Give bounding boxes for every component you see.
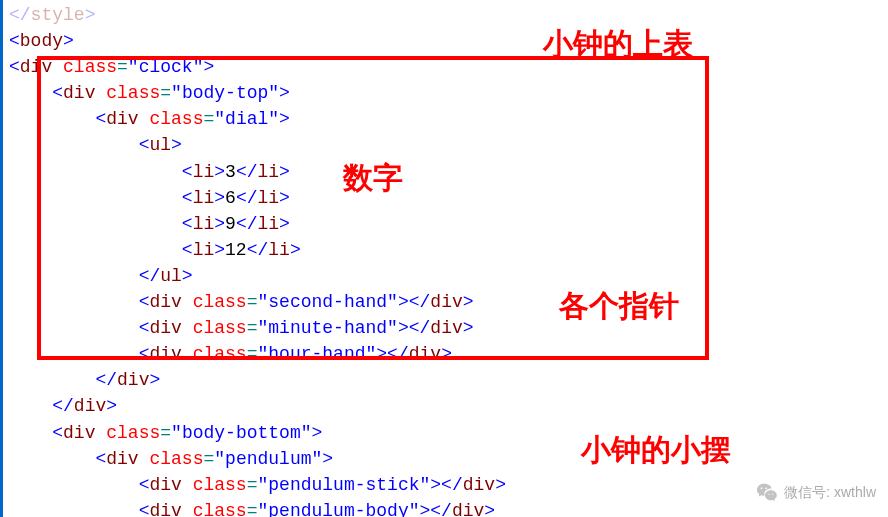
code-line: <li>9</li>: [9, 211, 888, 237]
code-line: <ul>: [9, 132, 888, 158]
code-line: <div class="second-hand"></div>: [9, 289, 888, 315]
code-line: </div>: [9, 393, 888, 419]
code-line: </style>: [9, 2, 888, 28]
wechat-label: 微信号: xwthlw: [784, 482, 876, 502]
annotation-hands-label: 各个指针: [559, 284, 679, 328]
code-line: <div class="minute-hand"></div>: [9, 315, 888, 341]
code-line: <li>12</li>: [9, 237, 888, 263]
code-line: <li>3</li>: [9, 159, 888, 185]
code-line: </div>: [9, 367, 888, 393]
annotation-digits-label: 数字: [343, 156, 403, 200]
code-line: <div class="body-top">: [9, 80, 888, 106]
code-line: <div class="hour-hand"></div>: [9, 341, 888, 367]
wechat-icon: [756, 481, 778, 503]
code-line: <div class="body-bottom">: [9, 420, 888, 446]
code-block: </style> <body> <div class="clock"> <div…: [9, 2, 888, 517]
code-line: <li>6</li>: [9, 185, 888, 211]
code-line: <body>: [9, 28, 888, 54]
code-line: <div class="clock">: [9, 54, 888, 80]
code-line: <div class="pendulum">: [9, 446, 888, 472]
annotation-pendulum-label: 小钟的小摆: [581, 428, 731, 472]
code-line: </ul>: [9, 263, 888, 289]
wechat-watermark: 微信号: xwthlw: [756, 481, 876, 503]
annotation-top-label: 小钟的上表: [543, 22, 693, 66]
code-line: <div class="dial">: [9, 106, 888, 132]
